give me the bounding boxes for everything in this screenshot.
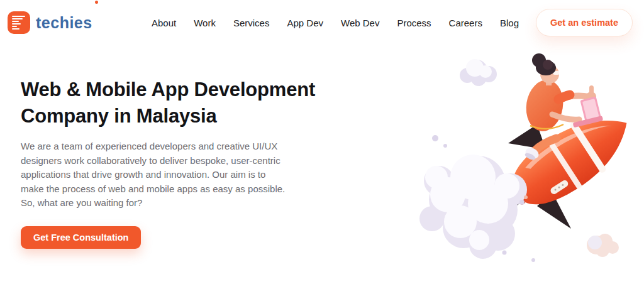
site-header: techies About Work Services App Dev Web … [0,0,644,45]
nav-item-services[interactable]: Services [233,18,270,28]
nav-item-about[interactable]: About [152,18,176,28]
brand-name: techies [36,15,92,31]
desc-line: make the process of web and mobile apps … [21,182,373,197]
nav-item-app-dev[interactable]: App Dev [287,18,323,28]
thumbs-up-icon [589,85,594,94]
logo-i-dot-accent [95,1,98,4]
landing-page: techies About Work Services App Dev Web … [0,0,644,289]
free-consultation-button[interactable]: Get Free Consultation [21,226,141,249]
hero-section: Web & Mobile App Development Company in … [21,77,373,249]
nav-item-careers[interactable]: Careers [449,18,482,28]
rocket-illustration-svg [402,44,644,270]
page-title: Web & Mobile App Development Company in … [21,77,373,129]
nav-item-work[interactable]: Work [194,18,216,28]
title-line-2: Company in Malaysia [21,103,373,129]
desc-line: applications that drive growth and innov… [21,168,373,182]
exhaust-cloud-icon [419,155,527,259]
get-estimate-button[interactable]: Get an estimate [536,9,633,36]
cloud-icon [587,234,619,257]
nav-item-process[interactable]: Process [397,18,431,28]
techies-logo-icon [8,11,30,34]
desc-line: designers work collaboratively to delive… [21,154,373,168]
nav-item-web-dev[interactable]: Web Dev [341,18,379,28]
hero-description: We are a team of experienced developers … [21,139,373,210]
cloud-icon [460,59,497,86]
desc-line: So, what are you waiting for? [21,196,373,210]
hero-illustration [402,44,644,270]
title-line-1: Web & Mobile App Development [21,77,373,103]
brand-logo[interactable]: techies [8,11,92,34]
main-nav: About Work Services App Dev Web Dev Proc… [152,18,519,28]
nav-item-blog[interactable]: Blog [500,18,519,28]
desc-line: We are a team of experienced developers … [21,139,373,154]
